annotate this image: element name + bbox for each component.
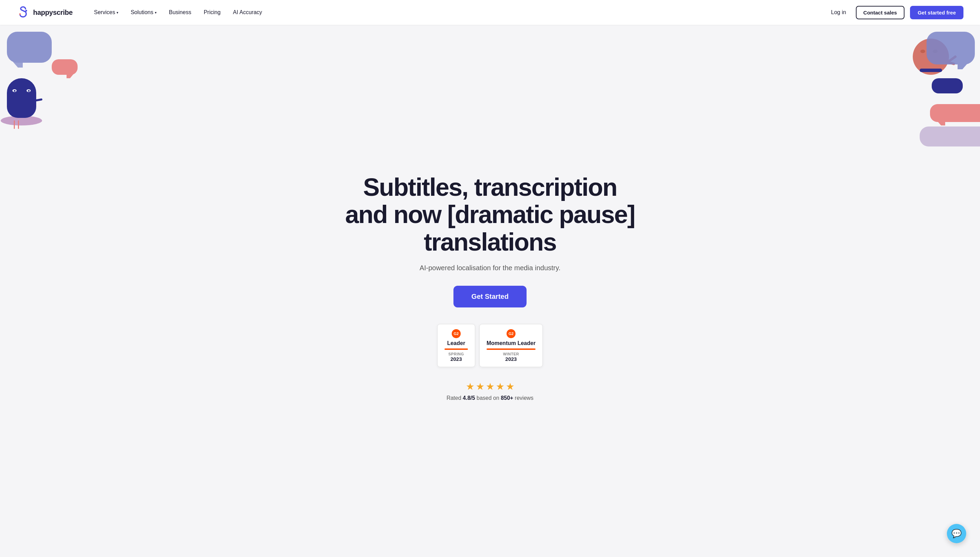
nav-business[interactable]: Business — [164, 7, 196, 18]
logo-icon — [16, 6, 29, 19]
rating-end: reviews — [513, 395, 533, 401]
hero-title: Subtitles, transcription and now [dramat… — [342, 174, 638, 256]
badge-momentum-bar — [486, 349, 535, 350]
bubble-pink-right — [930, 104, 980, 122]
star-half: ★ — [506, 381, 514, 392]
nav-links: Services ▾ Solutions ▾ Business Pricing … — [89, 7, 827, 18]
nav-actions: Log in Contact sales Get started free — [827, 6, 964, 19]
rating-score: 4.8/5 — [463, 395, 475, 401]
badge-leader-title: Leader — [447, 340, 465, 346]
star-1: ★ — [466, 381, 475, 392]
logo-link[interactable]: happyscribe — [16, 6, 73, 19]
g2-icon-leader: G2 — [452, 329, 461, 338]
contact-sales-button[interactable]: Contact sales — [856, 6, 905, 19]
stars-display: ★ ★ ★ ★ ★ — [466, 381, 514, 392]
rating-section: ★ ★ ★ ★ ★ Rated 4.8/5 based on 850+ revi… — [342, 381, 638, 401]
services-chevron-icon: ▾ — [117, 11, 118, 15]
badge-momentum-season: WINTER — [503, 352, 519, 356]
hero-deco-left — [0, 25, 83, 169]
rating-text: Rated 4.8/5 based on 850+ reviews — [447, 395, 533, 401]
badge-momentum: G2 Momentum Leader WINTER 2023 — [479, 324, 543, 367]
login-button[interactable]: Log in — [827, 7, 850, 18]
badge-leader-year: 2023 — [450, 356, 462, 362]
hero-cta-button[interactable]: Get Started — [453, 286, 527, 308]
hero-subtitle: AI-powered localisation for the media in… — [342, 264, 638, 272]
svg-point-2 — [26, 10, 27, 12]
badge-leader-bar — [445, 349, 468, 350]
star-3: ★ — [486, 381, 494, 392]
badge-leader: G2 Leader SPRING 2023 — [437, 324, 475, 367]
rating-prefix: Rated — [447, 395, 463, 401]
chat-button[interactable]: 💬 — [947, 524, 966, 543]
badge-momentum-year: 2023 — [505, 356, 517, 362]
badge-leader-season: SPRING — [448, 352, 464, 356]
nav-solutions[interactable]: Solutions ▾ — [126, 7, 161, 18]
star-4: ★ — [496, 381, 504, 392]
hero-content: Subtitles, transcription and now [dramat… — [342, 174, 638, 401]
bubble-blue-left — [7, 32, 52, 63]
badge-momentum-title: Momentum Leader — [486, 340, 535, 346]
bubble-blue-right — [926, 32, 975, 64]
nav-pricing[interactable]: Pricing — [199, 7, 225, 18]
star-2: ★ — [476, 381, 484, 392]
hero-section: Subtitles, transcription and now [dramat… — [0, 25, 980, 557]
rating-based-text: based on — [475, 395, 501, 401]
bubble-pink-small-left — [52, 59, 78, 75]
hero-deco-right — [890, 25, 980, 180]
logo-text: happyscribe — [33, 9, 73, 16]
rating-count: 850+ — [501, 395, 513, 401]
bubble-lavender-right — [920, 127, 980, 147]
solutions-chevron-icon: ▾ — [155, 11, 157, 15]
g2-icon-momentum: G2 — [507, 329, 515, 338]
bubble-navy-right — [932, 78, 963, 93]
chat-icon: 💬 — [951, 529, 962, 538]
get-started-nav-button[interactable]: Get started free — [910, 6, 964, 19]
nav-services[interactable]: Services ▾ — [89, 7, 123, 18]
character-left — [7, 78, 42, 125]
badges-section: G2 Leader SPRING 2023 G2 Momentum Leader… — [342, 324, 638, 367]
nav-ai-accuracy[interactable]: AI Accuracy — [228, 7, 267, 18]
svg-point-1 — [19, 13, 21, 15]
navbar: happyscribe Services ▾ Solutions ▾ Busin… — [0, 0, 980, 25]
